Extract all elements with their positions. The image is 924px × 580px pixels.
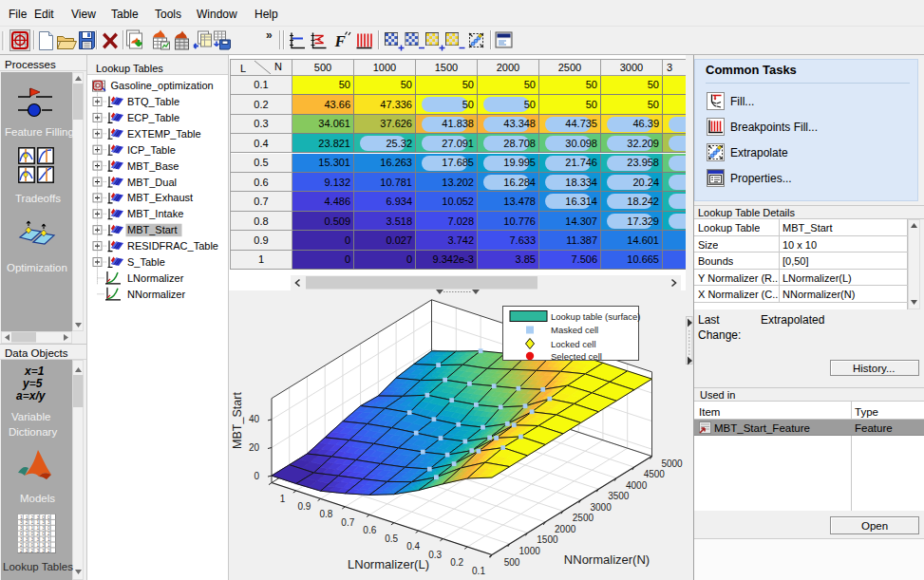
svg-text:0.8: 0.8	[319, 509, 332, 519]
svg-text:2500: 2500	[573, 513, 594, 523]
svg-text:»: »	[266, 28, 273, 42]
svg-text:0.9: 0.9	[297, 501, 311, 512]
svg-text:Lookup table (surface): Lookup table (surface)	[551, 311, 641, 322]
svg-text:3: 3	[36, 548, 39, 553]
svg-text:MBT_Start: MBT_Start	[231, 392, 244, 449]
svg-text:F: F	[334, 32, 347, 50]
svg-text:0.4: 0.4	[406, 541, 420, 552]
svg-text:1000: 1000	[519, 546, 541, 556]
svg-text:1: 1	[280, 494, 286, 504]
svg-text:20: 20	[249, 442, 260, 453]
svg-text:1500: 1500	[537, 534, 558, 545]
svg-text:0.2: 0.2	[450, 557, 463, 568]
svg-text:4500: 4500	[644, 469, 666, 479]
svg-text:L: L	[240, 63, 246, 74]
svg-text:LNormalizer: LNormalizer	[127, 272, 184, 284]
svg-text:MBT_Intake: MBT_Intake	[127, 208, 183, 219]
svg-text:EXTEMP_Table: EXTEMP_Table	[127, 128, 201, 140]
svg-text:Selected cell: Selected cell	[551, 351, 602, 362]
svg-text:ICP_Table: ICP_Table	[127, 144, 176, 156]
svg-text:MBT_Base: MBT_Base	[127, 160, 179, 172]
svg-text:0: 0	[254, 471, 259, 481]
svg-text:0.7: 0.7	[341, 517, 354, 528]
svg-text:MBT_Dual: MBT_Dual	[127, 177, 177, 188]
svg-text:2: 2	[47, 548, 50, 553]
svg-text:2000: 2000	[555, 524, 576, 534]
svg-text:N: N	[274, 61, 282, 72]
svg-text:0.3: 0.3	[428, 550, 442, 560]
svg-text:0.5: 0.5	[385, 533, 398, 544]
svg-text:Gasoline_optimization: Gasoline_optimization	[111, 80, 214, 91]
svg-text:Masked cell: Masked cell	[551, 325, 598, 335]
svg-text:3: 3	[26, 548, 28, 553]
svg-text:RESIDFRAC_Table: RESIDFRAC_Table	[127, 240, 218, 252]
svg-text:BTQ_Table: BTQ_Table	[127, 96, 179, 107]
svg-text:0.1: 0.1	[472, 566, 485, 576]
svg-text:ECP_Table: ECP_Table	[127, 112, 179, 123]
svg-text:2: 2	[20, 548, 23, 553]
svg-text:3500: 3500	[608, 491, 630, 501]
svg-text:LNormalizer(L): LNormalizer(L)	[348, 557, 429, 571]
svg-text:MBT_Start: MBT_Start	[127, 224, 178, 235]
svg-text:4000: 4000	[626, 480, 648, 491]
svg-text:3: 3	[42, 548, 45, 553]
svg-text:40: 40	[249, 414, 260, 424]
svg-text:MBT_Exhaust: MBT_Exhaust	[127, 192, 193, 203]
svg-text:Locked cell: Locked cell	[551, 339, 596, 349]
svg-text:0.6: 0.6	[363, 525, 376, 535]
svg-text:2: 2	[31, 548, 34, 553]
svg-text:500: 500	[504, 557, 520, 568]
svg-text:S_Table: S_Table	[127, 256, 165, 268]
svg-text:5000: 5000	[661, 458, 683, 469]
svg-text:NNormalizer: NNormalizer	[127, 289, 185, 300]
svg-text:NNormalizer(N): NNormalizer(N)	[564, 552, 650, 567]
svg-text:3000: 3000	[590, 502, 612, 513]
